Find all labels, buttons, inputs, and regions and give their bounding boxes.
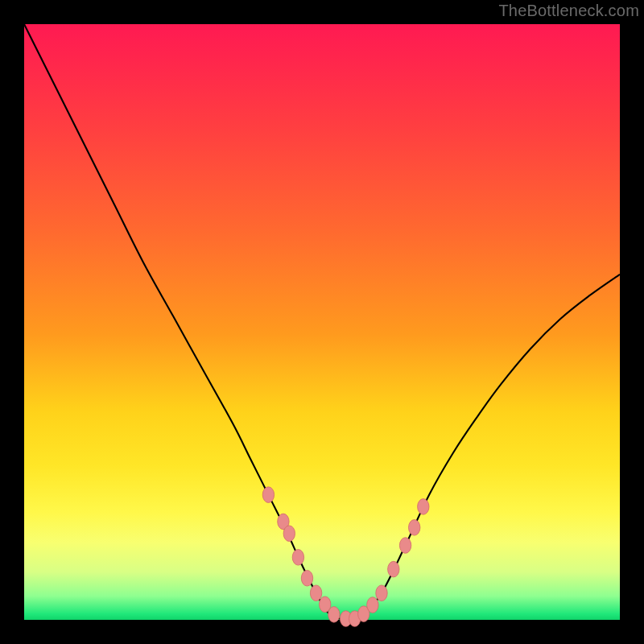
marker-dot: [301, 570, 312, 586]
bottleneck-curve: [24, 24, 620, 619]
marker-dot: [409, 520, 420, 536]
marker-dot: [283, 526, 295, 542]
chart-svg: [24, 24, 620, 620]
marker-dot: [399, 538, 411, 554]
chart-frame: TheBottleneck.com: [0, 0, 644, 644]
marker-dot: [388, 561, 399, 577]
watermark: TheBottleneck.com: [498, 2, 639, 20]
marker-dot: [367, 597, 378, 613]
marker-dot: [310, 585, 321, 601]
marker-dot: [292, 550, 303, 566]
marker-dot: [418, 499, 429, 515]
marker-dot: [328, 607, 340, 623]
plot-area: [24, 24, 620, 620]
marker-dot: [262, 487, 274, 503]
marker-dot: [376, 585, 387, 601]
marker-group: [262, 487, 429, 627]
